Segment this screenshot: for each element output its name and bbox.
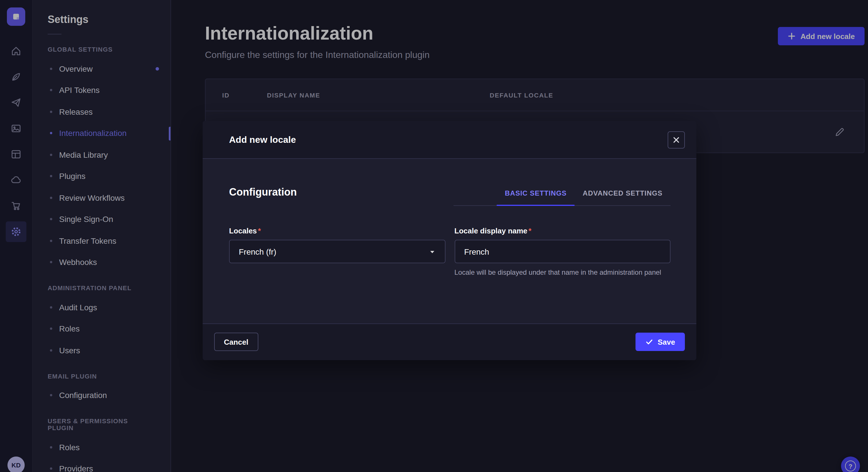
display-name-label: Locale display name*: [454, 227, 671, 235]
close-button[interactable]: [668, 131, 685, 148]
modal-section-title: Configuration: [229, 187, 297, 206]
app-root: KD Settings GLOBAL SETTINGS Overview API…: [0, 0, 868, 472]
locales-label: Locales*: [229, 227, 445, 235]
display-name-input[interactable]: [454, 240, 671, 263]
modal-title: Add new locale: [229, 134, 296, 145]
check-icon: [645, 338, 653, 346]
locales-select-value: French (fr): [239, 247, 276, 256]
chevron-down-icon: [429, 248, 435, 255]
add-locale-modal: Add new locale Configuration BASIC SETTI…: [203, 121, 696, 360]
save-label: Save: [658, 338, 675, 346]
tab-advanced-settings[interactable]: ADVANCED SETTINGS: [575, 189, 671, 205]
settings-tabs: BASIC SETTINGS ADVANCED SETTINGS: [454, 189, 671, 206]
save-button[interactable]: Save: [635, 333, 685, 351]
required-mark: *: [258, 227, 261, 235]
display-name-hint: Locale will be displayed under that name…: [454, 268, 668, 278]
close-icon: [672, 136, 680, 144]
tab-basic-settings[interactable]: BASIC SETTINGS: [497, 189, 575, 205]
required-mark: *: [528, 227, 531, 235]
cancel-button[interactable]: Cancel: [214, 333, 258, 351]
locales-select[interactable]: French (fr): [229, 240, 445, 263]
